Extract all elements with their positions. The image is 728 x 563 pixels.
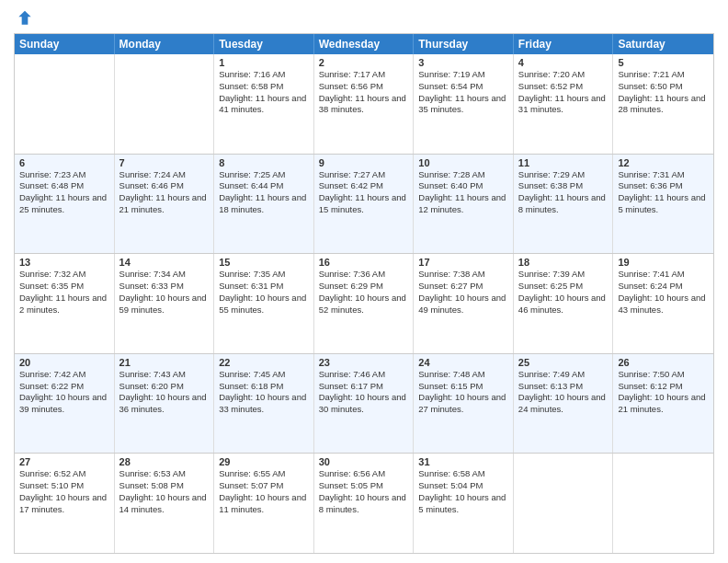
cell-info: Sunrise: 7:19 AMSunset: 6:54 PMDaylight:… xyxy=(418,69,508,116)
day-number: 27 xyxy=(19,456,109,467)
cell-info: Sunrise: 6:52 AMSunset: 5:10 PMDaylight:… xyxy=(19,468,109,515)
day-number: 7 xyxy=(119,157,210,168)
calendar-cell: 15Sunrise: 7:35 AMSunset: 6:31 PMDayligh… xyxy=(214,254,314,353)
calendar-cell: 30Sunrise: 6:56 AMSunset: 5:05 PMDayligh… xyxy=(314,454,415,553)
cell-info: Sunrise: 6:56 AMSunset: 5:05 PMDaylight:… xyxy=(319,468,409,515)
calendar-cell xyxy=(15,54,115,154)
calendar-cell: 25Sunrise: 7:49 AMSunset: 6:13 PMDayligh… xyxy=(514,354,614,454)
calendar-cell: 7Sunrise: 7:24 AMSunset: 6:46 PMDaylight… xyxy=(115,155,215,254)
calendar-cell: 28Sunrise: 6:53 AMSunset: 5:08 PMDayligh… xyxy=(115,454,215,553)
calendar-header: SundayMondayTuesdayWednesdayThursdayFrid… xyxy=(15,34,713,54)
calendar-cell: 6Sunrise: 7:23 AMSunset: 6:48 PMDaylight… xyxy=(15,155,115,254)
header xyxy=(14,9,714,28)
day-number: 31 xyxy=(418,456,508,467)
day-number: 5 xyxy=(618,57,709,68)
day-number: 20 xyxy=(19,357,109,368)
calendar-cell xyxy=(613,454,713,553)
calendar-cell: 24Sunrise: 7:48 AMSunset: 6:15 PMDayligh… xyxy=(414,354,514,454)
cell-info: Sunrise: 7:39 AMSunset: 6:25 PMDaylight:… xyxy=(518,269,609,316)
day-number: 12 xyxy=(618,157,709,168)
cell-info: Sunrise: 7:21 AMSunset: 6:50 PMDaylight:… xyxy=(618,69,709,116)
day-number: 16 xyxy=(319,257,409,268)
page: SundayMondayTuesdayWednesdayThursdayFrid… xyxy=(0,0,728,563)
calendar-cell: 8Sunrise: 7:25 AMSunset: 6:44 PMDaylight… xyxy=(214,155,314,254)
day-number: 25 xyxy=(518,357,609,368)
calendar-cell: 5Sunrise: 7:21 AMSunset: 6:50 PMDaylight… xyxy=(613,54,713,154)
day-number: 13 xyxy=(19,257,109,268)
cell-info: Sunrise: 7:46 AMSunset: 6:17 PMDaylight:… xyxy=(319,369,409,416)
calendar-cell: 12Sunrise: 7:31 AMSunset: 6:36 PMDayligh… xyxy=(613,155,713,254)
calendar-cell: 20Sunrise: 7:42 AMSunset: 6:22 PMDayligh… xyxy=(15,354,115,454)
cell-info: Sunrise: 7:45 AMSunset: 6:18 PMDaylight:… xyxy=(219,369,309,416)
calendar-cell: 22Sunrise: 7:45 AMSunset: 6:18 PMDayligh… xyxy=(214,354,314,454)
calendar: SundayMondayTuesdayWednesdayThursdayFrid… xyxy=(14,33,714,554)
day-number: 14 xyxy=(119,257,210,268)
day-number: 18 xyxy=(518,257,609,268)
day-number: 15 xyxy=(219,257,309,268)
calendar-cell: 21Sunrise: 7:43 AMSunset: 6:20 PMDayligh… xyxy=(115,354,215,454)
day-number: 22 xyxy=(219,357,309,368)
day-number: 28 xyxy=(119,456,210,467)
cell-info: Sunrise: 7:16 AMSunset: 6:58 PMDaylight:… xyxy=(219,69,309,116)
calendar-cell: 17Sunrise: 7:38 AMSunset: 6:27 PMDayligh… xyxy=(414,254,514,353)
header-day-friday: Friday xyxy=(514,34,614,54)
calendar-cell: 16Sunrise: 7:36 AMSunset: 6:29 PMDayligh… xyxy=(314,254,415,353)
calendar-cell: 18Sunrise: 7:39 AMSunset: 6:25 PMDayligh… xyxy=(514,254,614,353)
day-number: 3 xyxy=(418,57,508,68)
cell-info: Sunrise: 7:29 AMSunset: 6:38 PMDaylight:… xyxy=(518,169,609,216)
calendar-cell: 23Sunrise: 7:46 AMSunset: 6:17 PMDayligh… xyxy=(314,354,415,454)
day-number: 2 xyxy=(319,57,409,68)
cell-info: Sunrise: 7:41 AMSunset: 6:24 PMDaylight:… xyxy=(618,269,709,316)
cell-info: Sunrise: 7:50 AMSunset: 6:12 PMDaylight:… xyxy=(618,369,709,416)
day-number: 8 xyxy=(219,157,309,168)
calendar-cell xyxy=(514,454,614,553)
day-number: 29 xyxy=(219,456,309,467)
day-number: 19 xyxy=(618,257,709,268)
header-day-wednesday: Wednesday xyxy=(314,34,415,54)
cell-info: Sunrise: 7:20 AMSunset: 6:52 PMDaylight:… xyxy=(518,69,609,116)
cell-info: Sunrise: 7:23 AMSunset: 6:48 PMDaylight:… xyxy=(19,169,109,216)
calendar-cell: 26Sunrise: 7:50 AMSunset: 6:12 PMDayligh… xyxy=(613,354,713,454)
day-number: 1 xyxy=(219,57,309,68)
cell-info: Sunrise: 7:36 AMSunset: 6:29 PMDaylight:… xyxy=(319,269,409,316)
calendar-cell: 27Sunrise: 6:52 AMSunset: 5:10 PMDayligh… xyxy=(15,454,115,553)
cell-info: Sunrise: 7:32 AMSunset: 6:35 PMDaylight:… xyxy=(19,269,109,316)
calendar-row-1: 1Sunrise: 7:16 AMSunset: 6:58 PMDaylight… xyxy=(15,54,713,154)
calendar-cell: 9Sunrise: 7:27 AMSunset: 6:42 PMDaylight… xyxy=(314,155,415,254)
calendar-cell: 11Sunrise: 7:29 AMSunset: 6:38 PMDayligh… xyxy=(514,155,614,254)
calendar-body: 1Sunrise: 7:16 AMSunset: 6:58 PMDaylight… xyxy=(15,54,713,553)
calendar-cell: 10Sunrise: 7:28 AMSunset: 6:40 PMDayligh… xyxy=(414,155,514,254)
calendar-cell: 13Sunrise: 7:32 AMSunset: 6:35 PMDayligh… xyxy=(15,254,115,353)
logo-text xyxy=(14,9,34,28)
cell-info: Sunrise: 7:34 AMSunset: 6:33 PMDaylight:… xyxy=(119,269,210,316)
calendar-cell: 2Sunrise: 7:17 AMSunset: 6:56 PMDaylight… xyxy=(314,54,415,154)
cell-info: Sunrise: 6:55 AMSunset: 5:07 PMDaylight:… xyxy=(219,468,309,515)
calendar-cell xyxy=(115,54,215,154)
cell-info: Sunrise: 7:49 AMSunset: 6:13 PMDaylight:… xyxy=(518,369,609,416)
calendar-cell: 3Sunrise: 7:19 AMSunset: 6:54 PMDaylight… xyxy=(414,54,514,154)
calendar-row-5: 27Sunrise: 6:52 AMSunset: 5:10 PMDayligh… xyxy=(15,453,713,553)
day-number: 26 xyxy=(618,357,709,368)
header-day-saturday: Saturday xyxy=(613,34,713,54)
logo xyxy=(14,9,34,28)
header-day-sunday: Sunday xyxy=(15,34,115,54)
day-number: 30 xyxy=(319,456,409,467)
cell-info: Sunrise: 7:48 AMSunset: 6:15 PMDaylight:… xyxy=(418,369,508,416)
day-number: 24 xyxy=(418,357,508,368)
calendar-row-4: 20Sunrise: 7:42 AMSunset: 6:22 PMDayligh… xyxy=(15,353,713,454)
day-number: 10 xyxy=(418,157,508,168)
calendar-cell: 1Sunrise: 7:16 AMSunset: 6:58 PMDaylight… xyxy=(214,54,314,154)
cell-info: Sunrise: 7:38 AMSunset: 6:27 PMDaylight:… xyxy=(418,269,508,316)
cell-info: Sunrise: 7:28 AMSunset: 6:40 PMDaylight:… xyxy=(418,169,508,216)
cell-info: Sunrise: 7:25 AMSunset: 6:44 PMDaylight:… xyxy=(219,169,309,216)
day-number: 4 xyxy=(518,57,609,68)
day-number: 23 xyxy=(319,357,409,368)
calendar-cell: 31Sunrise: 6:58 AMSunset: 5:04 PMDayligh… xyxy=(414,454,514,553)
header-day-monday: Monday xyxy=(115,34,215,54)
logo-icon xyxy=(16,9,34,28)
cell-info: Sunrise: 7:24 AMSunset: 6:46 PMDaylight:… xyxy=(119,169,210,216)
cell-info: Sunrise: 6:53 AMSunset: 5:08 PMDaylight:… xyxy=(119,468,210,515)
cell-info: Sunrise: 7:43 AMSunset: 6:20 PMDaylight:… xyxy=(119,369,210,416)
calendar-cell: 14Sunrise: 7:34 AMSunset: 6:33 PMDayligh… xyxy=(115,254,215,353)
cell-info: Sunrise: 6:58 AMSunset: 5:04 PMDaylight:… xyxy=(418,468,508,515)
